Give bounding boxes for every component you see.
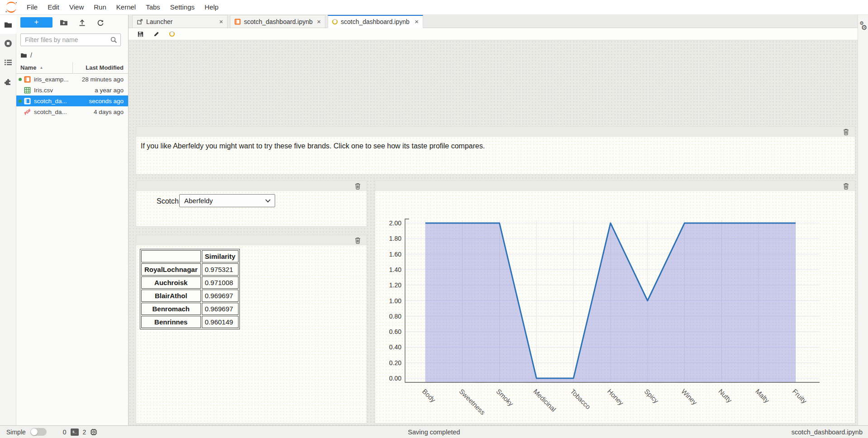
dashboard-icon [332,19,338,24]
new-folder-button[interactable] [57,17,71,28]
right-sidebar-strip: ⚙ ⚙ [858,15,868,425]
brand-name-cell[interactable]: BlairAthol [141,290,201,302]
y-tick-label: 0.00 [389,375,401,382]
x-category-label: Nutty [717,387,734,404]
tab-launcher[interactable]: Launcher × [132,15,228,28]
table-row[interactable]: RoyalLochnagar0.975321 [141,263,238,276]
simple-mode-label: Simple [6,428,26,436]
sidebar-tab-extensions[interactable] [0,72,16,91]
menu-kernel[interactable]: Kernel [111,0,141,14]
trash-icon [843,129,849,135]
tab-close-icon[interactable]: × [317,19,321,25]
jupyterlab-window: File Edit View Run Kernel Tabs Settings … [0,0,868,438]
table-row[interactable]: Auchroisk0.971008 [141,276,238,289]
brand-name-cell[interactable]: RoyalLochnagar [141,263,201,276]
file-modified: a year ago [95,87,128,94]
file-filter-input[interactable] [21,34,107,46]
file-row[interactable]: Iris.csva year ago [16,85,128,95]
file-row[interactable]: iris_examp...28 minutes ago [16,74,128,85]
brand-name-cell[interactable]: Benrinnes [141,316,201,328]
brand-name-cell[interactable]: Auchroisk [141,276,201,289]
toggle-knob [31,428,38,435]
breadcrumb-root[interactable]: / [30,52,32,59]
y-tick-label: 1.20 [389,281,401,289]
file-browser-panel: + [16,15,129,425]
file-name: scotch_da... [34,109,94,115]
menu-edit[interactable]: Edit [43,0,64,14]
property-inspector-button[interactable]: ⚙ ⚙ [859,21,868,33]
menu-file[interactable]: File [22,0,43,14]
status-left: Simple 0 $_ 2 [0,428,97,436]
delete-cell-button[interactable] [842,128,849,135]
kernel-chip-icon [90,428,97,436]
edit-pencil-icon [153,31,160,38]
file-list-header: Name ▲ Last Modified [16,62,128,74]
edit-button[interactable] [152,30,160,38]
area-fill [425,223,796,382]
table-row[interactable]: Benrinnes0.960149 [141,316,238,328]
tab-close-icon[interactable]: × [219,19,223,25]
sort-ascending-icon: ▲ [39,66,43,70]
menu-view[interactable]: View [64,0,89,14]
cell-body: 0.000.200.400.600.801.001.201.401.601.80… [375,191,855,423]
new-launcher-button[interactable]: + [20,17,52,28]
simple-mode-toggle[interactable] [30,428,47,436]
tab-label: Launcher [146,18,216,25]
gear-large-icon: ⚙ [861,24,867,32]
file-row[interactable]: PDFscotch_da...4 days ago [16,106,128,117]
x-category-label: Winey [680,387,699,406]
y-tick-label: 0.60 [389,328,401,335]
notebook-toolbar [129,28,858,40]
scotch-select[interactable]: Aberfeldy [179,194,275,207]
menu-help[interactable]: Help [200,0,224,14]
file-row[interactable]: scotch_da...seconds ago [16,95,128,106]
sidebar-tab-running-kernels[interactable] [0,34,16,53]
sidebar-tab-table-of-contents[interactable] [0,53,16,72]
running-sessions-indicator[interactable]: 0 $_ 2 [63,428,98,436]
table-row[interactable]: BlairAthol0.969697 [141,290,238,302]
x-category-label: Tobacco [569,387,592,411]
file-modified: 28 minutes ago [82,76,128,83]
menu-run[interactable]: Run [89,0,111,14]
brand-name-cell[interactable]: Benromach [141,303,201,315]
taste-profile-chart[interactable]: 0.000.200.400.600.801.001.201.401.601.80… [375,191,855,424]
table-header-row: Similarity [141,250,238,262]
table-corner-cell [141,250,201,262]
dashboard-canvas: If you like Aberfeldy you might want to … [129,40,858,425]
tab-close-icon[interactable]: × [415,19,419,25]
y-tick-label: 1.00 [389,297,401,305]
column-header-name[interactable]: Name ▲ [16,64,72,71]
tab-scotch-dashboard-notebook[interactable]: scotch_dashboard.ipynb × [230,15,325,28]
delete-cell-button[interactable] [842,182,849,190]
menu-tabs[interactable]: Tabs [141,0,165,14]
tab-scotch-dashboard-view[interactable]: scotch_dashboard.ipynb × [328,15,423,28]
file-browser-toolbar: + [16,15,128,30]
upload-button[interactable] [75,17,89,28]
search-icon [110,37,117,43]
table-row[interactable]: Benromach0.969697 [141,303,238,315]
notebook-icon [234,19,241,25]
similarity-value-cell: 0.969697 [202,290,239,302]
tab-label: scotch_dashboard.ipynb [341,18,411,25]
similarity-value-cell: 0.960149 [202,316,239,328]
breadcrumb[interactable]: / [20,51,32,59]
refresh-button[interactable] [94,17,107,28]
terminal-icon: $_ [71,428,79,436]
similarity-table: SimilarityRoyalLochnagar0.975321Auchrois… [140,249,240,329]
scotch-select-value: Aberfeldy [180,197,265,205]
delete-cell-button[interactable] [354,182,361,190]
chevron-down-icon [265,199,271,203]
delete-cell-button[interactable] [354,237,361,244]
extensions-icon [4,77,12,86]
sidebar-tab-file-browser[interactable] [0,15,16,34]
new-folder-icon [60,19,68,26]
dashboard-toggle-button[interactable] [168,30,176,38]
dock-tab-bar: Launcher × scotch_dashboard.ipynb × scot… [129,15,858,28]
column-header-modified[interactable]: Last Modified [72,62,128,74]
save-button[interactable] [136,30,144,38]
menu-settings[interactable]: Settings [165,0,200,14]
running-kernel-indicator [19,100,22,103]
cell-body: If you like Aberfeldy you might want to … [136,137,855,174]
status-message: Saving completed [0,428,868,436]
trash-icon [355,237,361,244]
